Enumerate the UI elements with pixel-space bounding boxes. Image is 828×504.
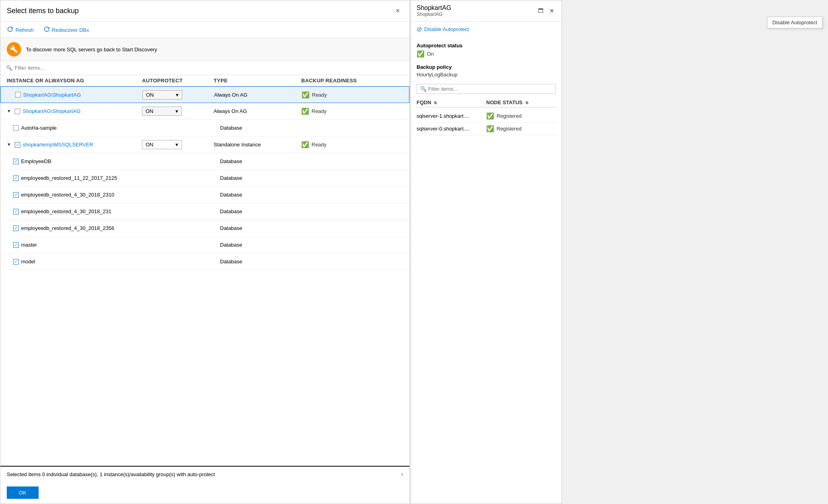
right-table-row: sqlserver-1.shopkart.... ✅ Registered	[417, 110, 556, 123]
table-row: employeedb_restored_4_30_2018_231 Databa…	[0, 203, 409, 220]
table-row: model Database	[0, 253, 409, 270]
right-panel: ShopkartAG ShopkartAG 🗖 ✕ ⊘ Disable Auto…	[411, 0, 562, 504]
disable-icon: ⊘	[417, 25, 422, 33]
row4-checkbox[interactable]	[15, 142, 20, 148]
ok-button[interactable]: OK	[7, 486, 39, 499]
row10-instance: master	[21, 242, 37, 248]
row9-instance: employeedb_restored_4_30_2018_2356	[21, 225, 114, 231]
disable-label: Disable Autoprotect	[424, 26, 469, 32]
row3-instance: AutoHa-sample	[21, 125, 57, 131]
cell-instance: employeedb_restored_4_30_2018_231	[13, 208, 148, 214]
row2-checkbox[interactable]	[15, 109, 20, 114]
table-row: employeedb_restored_4_30_2018_2310 Datab…	[0, 187, 409, 203]
row5-type: Database	[220, 158, 308, 164]
row6-type: Database	[220, 175, 308, 181]
rediscover-label: Rediscover DBs	[52, 27, 89, 33]
cell-instance: master	[13, 242, 148, 248]
right-table-header: FQDN ⇅ NODE STATUS ⇅	[417, 98, 556, 107]
wrench-icon	[10, 45, 18, 53]
cell-instance: EmployeeDB	[13, 158, 148, 164]
row8-checkbox[interactable]	[13, 209, 19, 214]
footer-label: Selected items	[7, 471, 41, 477]
row1-autoprotect: ON ▾	[142, 90, 214, 99]
backup-policy-label: Backup policy	[417, 64, 556, 70]
left-panel: Select items to backup × Refresh Redisco…	[0, 0, 410, 504]
ready-check-icon: ✅	[301, 141, 309, 148]
table-row: EmployeeDB Database	[0, 153, 409, 170]
info-icon-wrap	[7, 42, 21, 56]
row7-type: Database	[220, 192, 308, 198]
table-row: employeedb_restored_4_30_2018_2356 Datab…	[0, 220, 409, 237]
autoprotect-label: Autoprotect status	[417, 43, 556, 49]
node2-fqdn: sqlserver-0.shopkart....	[417, 126, 486, 132]
row11-type: Database	[220, 259, 308, 265]
table-row: ▼ ShopkartAG\ShopkartAG ON ▾ Always On A…	[0, 103, 409, 120]
tooltip-disable-autoprotect: Disable Autoprotect	[767, 17, 822, 28]
row5-checkbox[interactable]	[13, 159, 19, 164]
right-title-bar: ShopkartAG ShopkartAG 🗖 ✕	[411, 0, 561, 21]
right-window-buttons: 🗖 ✕	[537, 7, 556, 15]
fqdn-sort-icon[interactable]: ⇅	[434, 101, 437, 105]
maximize-button[interactable]: ✕	[548, 7, 556, 15]
right-filter-bar: 🔍	[417, 84, 556, 94]
minimize-button[interactable]: 🗖	[537, 7, 545, 15]
row2-autoprotect-select[interactable]: ON ▾	[142, 107, 182, 116]
col-autoprotect: AUTOPROTECT	[142, 78, 214, 84]
row4-type: Standalone Instance	[214, 142, 301, 148]
row1-autoprotect-select[interactable]: ON ▾	[142, 90, 182, 99]
footer-text: 0 individual database(s), 1 instance(s)/…	[42, 471, 215, 477]
row3-checkbox[interactable]	[13, 125, 19, 131]
right-title-group: ShopkartAG ShopkartAG	[417, 4, 451, 17]
cell-instance: ▼ ShopkartAG\ShopkartAG	[7, 108, 142, 114]
node1-status: ✅ Registered	[486, 112, 556, 120]
disable-autoprotect-button[interactable]: ⊘ Disable Autoprotect	[417, 25, 556, 33]
autoprotect-status: ✅ On	[417, 50, 556, 58]
cell-instance: AutoHa-sample	[13, 125, 148, 131]
table-row: employeedb_restored_11_22_2017_2125 Data…	[0, 170, 409, 187]
refresh-label: Refresh	[16, 27, 34, 33]
close-button[interactable]: ×	[392, 5, 403, 17]
expand-arrow-icon[interactable]: ▼	[7, 142, 12, 148]
row4-instance-link[interactable]: shopkartemp\MSSQLSERVER	[23, 142, 94, 148]
row8-instance: employeedb_restored_4_30_2018_231	[21, 208, 111, 214]
row2-autoprotect: ON ▾	[142, 107, 214, 116]
right-filter-input[interactable]	[420, 86, 552, 92]
panel-title: Select items to backup	[7, 7, 79, 15]
info-banner: To discover more SQL servers go back to …	[0, 38, 409, 61]
row9-checkbox[interactable]	[13, 226, 19, 231]
filter-input[interactable]	[4, 63, 406, 72]
row6-checkbox[interactable]	[13, 175, 19, 181]
row1-checkbox[interactable]	[15, 92, 21, 97]
autoprotect-status-text: On	[427, 51, 434, 57]
chevron-right-icon[interactable]: ›	[401, 471, 403, 478]
cell-instance: employeedb_restored_11_22_2017_2125	[13, 175, 148, 181]
row1-instance-link[interactable]: ShopkartAG\ShopkartAG	[23, 92, 81, 98]
toolbar: Refresh Rediscover DBs	[0, 22, 409, 38]
row9-type: Database	[220, 225, 308, 231]
row2-instance-link[interactable]: ShopkartAG\ShopkartAG	[23, 108, 80, 114]
table-row: ShopkartAG\ShopkartAG ON ▾ Always On AG …	[0, 86, 409, 103]
row5-instance: EmployeeDB	[21, 158, 51, 164]
row4-autoprotect: ON ▾	[142, 140, 214, 149]
backup-policy-name: HourlyLogBackup	[417, 72, 556, 78]
expand-arrow-icon[interactable]: ▼	[7, 109, 12, 114]
cell-instance: ▼ shopkartemp\MSSQLSERVER	[7, 142, 142, 148]
col-instance: INSTANCE OR ALWAYSON AG	[7, 78, 142, 84]
node1-fqdn: sqlserver-1.shopkart....	[417, 113, 486, 119]
backup-policy-section: Backup policy HourlyLogBackup	[417, 64, 556, 78]
table-header: INSTANCE OR ALWAYSON AG AUTOPROTECT TYPE…	[0, 75, 409, 86]
table-row: AutoHa-sample Database	[0, 120, 409, 136]
footer-section: Selected items 0 individual database(s),…	[0, 466, 409, 482]
table-row: ▼ shopkartemp\MSSQLSERVER ON ▾ Standalon…	[0, 136, 409, 153]
rediscover-button[interactable]: Rediscover DBs	[43, 25, 89, 35]
col-readiness: BACKUP READINESS	[301, 78, 405, 84]
row10-checkbox[interactable]	[13, 242, 19, 248]
row7-checkbox[interactable]	[13, 192, 19, 198]
right-title: ShopkartAG	[417, 4, 451, 12]
row4-autoprotect-select[interactable]: ON ▾	[142, 140, 182, 149]
row11-checkbox[interactable]	[13, 259, 19, 265]
footer-text-group: Selected items 0 individual database(s),…	[7, 471, 215, 477]
refresh-button[interactable]: Refresh	[7, 25, 34, 35]
row8-type: Database	[220, 208, 308, 214]
nodestatus-sort-icon[interactable]: ⇅	[525, 101, 528, 105]
